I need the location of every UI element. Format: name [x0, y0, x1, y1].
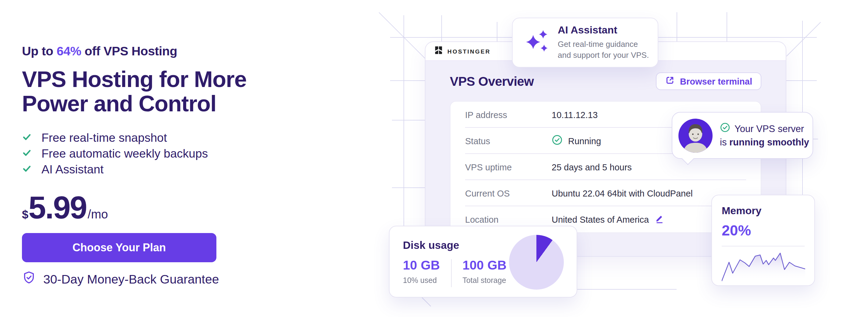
ip-address-value: 10.11.12.13	[552, 110, 598, 119]
list-item: Free automatic weekly backups	[22, 145, 284, 161]
disk-usage-pie	[509, 235, 564, 290]
status-tooltip: Your VPS server is running smoothly	[672, 112, 813, 159]
sparkles-icon	[526, 30, 548, 56]
tooltip-text: Your VPS server is running smoothly	[720, 122, 809, 149]
ai-card-subtitle-line2: and support for your VPS.	[558, 50, 649, 60]
feature-label: AI Assistant	[41, 162, 104, 176]
check-icon	[22, 162, 32, 176]
price: $ 5.99 /mo	[22, 192, 284, 223]
list-item: Free real-time snapshot	[22, 130, 284, 145]
guarantee-label: 30-Day Money-Back Guarantee	[43, 272, 219, 287]
circle-check-icon	[720, 122, 730, 136]
list-item: AI Assistant	[22, 161, 284, 177]
grid-line	[786, 22, 821, 56]
avatar	[678, 118, 713, 152]
grid-line	[404, 15, 404, 255]
ai-card-title: AI Assistant	[558, 24, 649, 36]
check-icon	[22, 146, 32, 160]
page: Up to 64% off VPS Hosting VPS Hosting fo…	[0, 0, 868, 317]
overview-title: VPS Overview	[450, 74, 534, 89]
page-title-line1: VPS Hosting for More	[22, 67, 247, 92]
row-label: Current OS	[465, 188, 552, 198]
price-amount: 5.99	[28, 192, 86, 223]
circle-check-icon	[552, 135, 563, 147]
hero-section: Up to 64% off VPS Hosting VPS Hosting fo…	[22, 0, 284, 288]
price-period: /mo	[88, 208, 108, 221]
os-value: Ubuntu 22.04 64bit with CloudPanel	[552, 188, 693, 198]
divider	[722, 246, 805, 246]
tooltip-line2-prefix: is	[720, 137, 729, 147]
tooltip-line1-text: Your VPS server	[735, 122, 804, 135]
hostinger-logo-icon	[434, 45, 443, 57]
money-back-guarantee: 30-Day Money-Back Guarantee	[22, 271, 284, 288]
row-label: IP address	[465, 110, 552, 119]
ai-card-text: AI Assistant Get real-time guidance and …	[558, 24, 649, 61]
ai-card-subtitle-line1: Get real-time guidance	[558, 39, 638, 48]
status-badge: Running	[568, 136, 601, 146]
page-title-line2: Power and Control	[22, 91, 216, 116]
edit-icon[interactable]	[654, 214, 664, 225]
disk-used-caption: 10% used	[403, 276, 440, 285]
tooltip-line2-bold: running smoothly	[729, 137, 809, 147]
memory-value: 20%	[722, 222, 805, 239]
uptime-value: 25 days and 5 hours	[552, 162, 632, 172]
divider	[451, 259, 452, 287]
memory-card: Memory 20%	[711, 195, 815, 286]
row-label: VPS uptime	[465, 162, 552, 172]
feature-label: Free real-time snapshot	[41, 131, 167, 144]
check-icon	[22, 131, 32, 144]
tooltip-line2: is running smoothly	[720, 136, 809, 149]
external-link-icon	[665, 75, 675, 87]
disk-used-stat: 10 GB 10% used	[403, 258, 440, 287]
overview-header: VPS Overview Browser terminal	[450, 72, 761, 90]
shield-check-icon	[22, 271, 36, 288]
tooltip-line1: Your VPS server	[720, 122, 809, 136]
browser-terminal-button[interactable]: Browser terminal	[656, 72, 761, 90]
promo-discount: 64%	[57, 44, 82, 58]
promo-prefix: Up to	[22, 44, 57, 58]
memory-sparkline	[722, 251, 805, 282]
price-currency: $	[22, 208, 28, 221]
location-value: United States of America	[552, 214, 664, 225]
page-title: VPS Hosting for More Power and Control	[22, 68, 284, 116]
disk-total-value: 100 GB	[462, 258, 506, 273]
disk-total-stat: 100 GB Total storage	[462, 258, 506, 287]
feature-list: Free real-time snapshot Free automatic w…	[22, 130, 284, 177]
browser-terminal-label: Browser terminal	[680, 76, 752, 86]
memory-title: Memory	[722, 205, 805, 217]
choose-plan-button[interactable]: Choose Your Plan	[22, 233, 216, 262]
sparkline-area	[722, 253, 805, 281]
grid-line	[379, 12, 428, 61]
brand-name: HOSTINGER	[447, 48, 491, 55]
feature-label: Free automatic weekly backups	[41, 146, 208, 160]
ai-assistant-card: AI Assistant Get real-time guidance and …	[512, 17, 658, 68]
status-value: Running	[552, 135, 601, 147]
location-text: United States of America	[552, 214, 649, 224]
disk-usage-card: Disk usage 10 GB 10% used 100 GB Total s…	[389, 226, 577, 297]
disk-used-value: 10 GB	[403, 258, 440, 273]
row-label: Status	[465, 136, 552, 146]
promo-eyebrow: Up to 64% off VPS Hosting	[22, 44, 284, 59]
disk-total-caption: Total storage	[462, 276, 506, 285]
row-label: Location	[465, 214, 552, 224]
ai-card-subtitle: Get real-time guidance and support for y…	[558, 39, 649, 61]
promo-suffix: off VPS Hosting	[82, 44, 177, 58]
